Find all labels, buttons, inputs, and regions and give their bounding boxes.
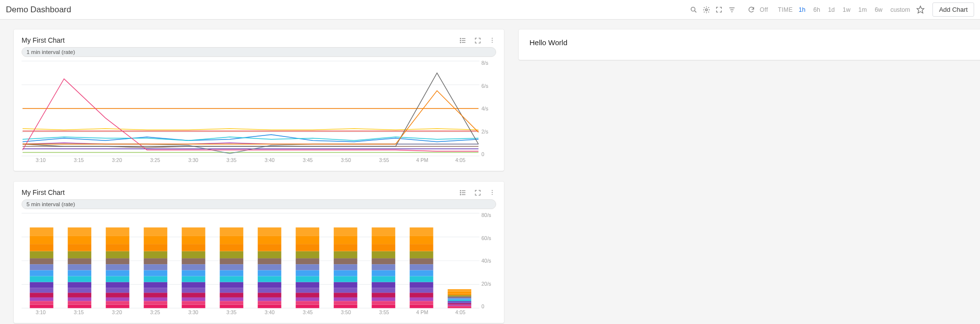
svg-rect-55: [68, 276, 91, 282]
x-tick: 3:20: [98, 157, 136, 167]
svg-rect-163: [372, 297, 395, 301]
x-tick: 3:55: [365, 157, 403, 167]
legend-icon[interactable]: [459, 36, 467, 44]
svg-rect-152: [334, 282, 357, 288]
chart-title: My First Chart: [22, 189, 65, 196]
svg-rect-146: [296, 227, 319, 236]
x-tick: 4:05: [441, 309, 479, 319]
svg-rect-136: [296, 293, 319, 297]
svg-rect-173: [372, 236, 395, 244]
svg-rect-165: [372, 288, 395, 293]
svg-rect-95: [182, 288, 205, 293]
time-opt-1w[interactable]: 1w: [841, 5, 853, 14]
y-tick: 80/s: [481, 212, 491, 218]
svg-rect-106: [220, 301, 243, 304]
svg-rect-171: [372, 251, 395, 258]
svg-rect-96: [182, 282, 205, 288]
add-chart-button[interactable]: Add Chart: [932, 2, 974, 17]
svg-rect-147: [334, 304, 357, 308]
svg-rect-119: [258, 304, 281, 308]
time-label: TIME: [778, 6, 793, 13]
time-opt-1h[interactable]: 1h: [797, 5, 807, 14]
svg-rect-50: [68, 301, 91, 304]
svg-rect-125: [258, 276, 281, 282]
refresh-state[interactable]: Off: [760, 6, 768, 13]
svg-rect-199: [448, 295, 471, 296]
refresh-icon[interactable]: [747, 5, 756, 14]
chart-card-2: My First Chart 5 min interval (rate) 80/…: [14, 182, 504, 323]
y-tick: 40/s: [481, 258, 491, 264]
svg-rect-134: [296, 301, 319, 304]
y-tick: 20/s: [481, 281, 491, 287]
svg-rect-115: [220, 251, 243, 258]
chart-card-1: My First Chart 1 min interval (rate) 8/s…: [14, 29, 504, 171]
gear-icon[interactable]: [702, 5, 711, 14]
svg-line-1: [695, 11, 696, 12]
time-opt-1d[interactable]: 1d: [826, 5, 837, 14]
svg-rect-67: [106, 288, 129, 293]
legend-icon[interactable]: [459, 189, 467, 196]
toolbar: Off TIME 1h 6h 1d 1w 1m 6w custom Add Ch…: [689, 2, 974, 17]
more-icon[interactable]: [488, 36, 496, 44]
svg-rect-154: [334, 270, 357, 276]
expand-icon[interactable]: [474, 189, 481, 196]
svg-rect-188: [410, 227, 433, 236]
svg-rect-43: [30, 264, 53, 270]
bar-chart-plot: [22, 212, 479, 309]
time-opt-custom[interactable]: custom: [888, 5, 912, 14]
time-opt-1m[interactable]: 1m: [856, 5, 869, 14]
fullscreen-icon[interactable]: [715, 5, 724, 14]
x-tick: 4:05: [441, 157, 479, 167]
x-tick: 3:35: [212, 157, 251, 167]
svg-rect-149: [334, 297, 357, 301]
svg-rect-185: [410, 251, 433, 258]
expand-icon[interactable]: [474, 36, 481, 44]
svg-rect-59: [68, 251, 91, 258]
svg-rect-109: [220, 288, 243, 293]
svg-rect-76: [106, 227, 129, 236]
filter-icon[interactable]: [728, 5, 736, 14]
svg-rect-191: [448, 304, 471, 305]
time-opt-6w[interactable]: 6w: [873, 5, 884, 14]
svg-rect-91: [182, 304, 205, 308]
svg-rect-126: [258, 270, 281, 276]
svg-rect-200: [448, 294, 471, 295]
svg-rect-81: [144, 288, 167, 293]
x-tick: 3:30: [174, 157, 212, 167]
search-icon[interactable]: [689, 5, 698, 14]
time-opt-6h[interactable]: 6h: [811, 5, 822, 14]
chart-title: My First Chart: [22, 36, 65, 44]
dashboard-title: Demo Dashboard: [6, 5, 71, 15]
y-tick: 0: [481, 151, 484, 157]
svg-rect-132: [258, 227, 281, 236]
x-tick: 3:30: [174, 309, 212, 319]
svg-rect-202: [448, 289, 471, 292]
y-tick: 8/s: [481, 60, 488, 66]
svg-rect-113: [220, 264, 243, 270]
svg-rect-72: [106, 258, 129, 264]
more-icon[interactable]: [488, 189, 496, 196]
star-icon[interactable]: [916, 5, 925, 14]
line-chart-xaxis: 3:103:153:203:253:303:353:403:453:503:55…: [22, 157, 496, 167]
svg-rect-110: [220, 282, 243, 288]
svg-rect-142: [296, 258, 319, 264]
svg-rect-58: [68, 258, 91, 264]
svg-rect-139: [296, 276, 319, 282]
x-tick: 3:20: [98, 309, 136, 319]
x-tick: 3:35: [212, 309, 251, 319]
svg-rect-170: [372, 258, 395, 264]
svg-rect-194: [448, 301, 471, 302]
svg-rect-79: [144, 297, 167, 301]
svg-rect-87: [144, 251, 167, 258]
y-tick: 6/s: [481, 83, 488, 89]
svg-rect-82: [144, 282, 167, 288]
svg-rect-189: [448, 307, 471, 308]
svg-point-11: [460, 42, 461, 42]
svg-rect-102: [182, 244, 205, 251]
svg-rect-183: [410, 264, 433, 270]
svg-rect-164: [372, 293, 395, 297]
svg-rect-140: [296, 270, 319, 276]
svg-rect-131: [258, 236, 281, 244]
svg-rect-151: [334, 288, 357, 293]
svg-rect-169: [372, 264, 395, 270]
